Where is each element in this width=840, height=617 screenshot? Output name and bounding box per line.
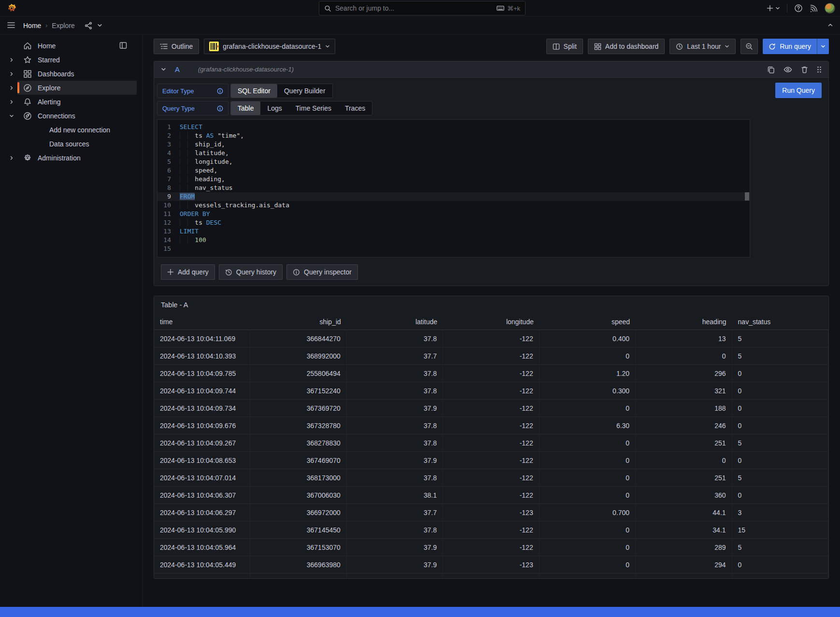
run-query-split-button[interactable]: Run query [763,39,829,54]
code-line[interactable]: 13LIMIT [157,227,750,236]
new-menu-button[interactable] [766,4,780,12]
column-header-heading[interactable]: heading [636,314,732,330]
column-header-ship_id[interactable]: ship_id [250,314,346,330]
code-line[interactable]: 2 ts AS "time", [157,131,750,140]
query-type-option-traces[interactable]: Traces [338,101,372,115]
sidebar-item-add-new-connection[interactable]: Add new connection [17,123,137,137]
sidebar-item-starred[interactable]: Starred [17,53,137,67]
query-type-option-table[interactable]: Table [231,101,260,115]
code-line[interactable]: 9FROM [157,192,750,201]
code-line[interactable]: 15 [157,244,750,253]
sidebar-item-connections[interactable]: Connections [17,109,137,123]
column-header-longitude[interactable]: longitude [443,314,539,330]
chevron-right-icon[interactable] [6,86,17,90]
cell-nav_status: 0 [732,417,828,434]
code-line[interactable]: 8 nav_status [157,184,750,192]
topbar-divider [787,4,787,13]
sidebar-item-administration[interactable]: Administration [17,151,137,165]
code-text: FROM [180,192,195,201]
code-line[interactable]: 4 latitude, [157,149,750,158]
time-range-picker[interactable]: Last 1 hour [669,39,736,54]
split-button[interactable]: Split [546,39,583,54]
code-text: latitude, [180,149,229,158]
info-icon[interactable] [217,88,223,94]
chevron-down-icon[interactable] [6,114,17,118]
time-zoom-out-button[interactable] [740,39,758,54]
info-icon[interactable] [217,105,223,112]
global-search[interactable]: ⌘+k [319,1,526,15]
code-line[interactable]: 1SELECT [157,123,750,131]
cell-time: 2024-06-13 10:04:09.785 [154,365,250,382]
run-query-caret[interactable] [817,39,829,54]
sidebar-item-label: Alerting [38,98,60,106]
cell-longitude: -122 [443,521,539,539]
cell-speed: 0 [540,539,636,556]
grafana-logo[interactable] [6,2,17,14]
sidebar-item-data-sources[interactable]: Data sources [17,137,137,151]
search-input[interactable] [335,4,493,12]
chevron-right-icon[interactable] [6,100,17,104]
cell-longitude: -122 [443,365,539,382]
code-line[interactable]: 10 vessels_tracking.ais_data [157,201,750,210]
column-header-speed[interactable]: speed [540,314,636,330]
column-header-nav_status[interactable]: nav_status [732,314,828,330]
compass-icon [23,84,32,92]
cell-longitude: -122 [443,400,539,417]
breadcrumb-actions-caret-icon[interactable] [97,23,102,28]
line-number: 14 [157,236,180,244]
sidebar-item-dashboards[interactable]: Dashboards [17,67,137,81]
share-icon[interactable] [85,22,92,29]
chevron-right-icon[interactable] [6,72,17,76]
query-type-option-logs[interactable]: Logs [260,101,288,115]
column-header-time[interactable]: time [154,314,250,330]
code-line[interactable]: 3 ship_id, [157,140,750,149]
cell-ship_id: 368173000 [250,469,346,487]
query-type-option-time-series[interactable]: Time Series [289,101,338,115]
code-line[interactable]: 6 speed, [157,166,750,175]
cell-ship_id: 368278830 [250,434,346,452]
query-row-header[interactable]: A (grafana-clickhouse-datasource-1) [154,61,828,78]
code-line[interactable]: 7 heading, [157,175,750,184]
duplicate-query-icon[interactable] [767,66,775,73]
remove-query-icon[interactable] [801,66,808,73]
line-number: 13 [157,227,180,236]
table-panel-title: Table - A [161,301,828,309]
editor-scrollbar-thumb[interactable] [745,192,749,201]
chevron-right-icon[interactable] [6,57,17,62]
query-history-button[interactable]: Query history [219,264,283,280]
editor-type-option-sql-editor[interactable]: SQL Editor [231,84,277,98]
column-header-latitude[interactable]: latitude [347,314,443,330]
user-avatar[interactable] [825,3,835,14]
code-line[interactable]: 14 100 [157,236,750,244]
outline-button[interactable]: Outline [154,39,199,54]
chevron-right-icon[interactable] [6,156,17,160]
sidebar-item-explore[interactable]: Explore [17,81,137,95]
sidebar-row: Alerting [6,95,137,109]
add-query-button[interactable]: Add query [161,264,215,280]
cell-time: 2024-06-13 10:04:05.449 [154,556,250,574]
datasource-picker[interactable]: grafana-clickhouse-datasource-1 [204,39,335,54]
collapse-toolbar-icon[interactable] [827,22,833,28]
drag-handle-icon[interactable] [817,66,822,73]
breadcrumb-current[interactable]: Explore [52,22,74,29]
query-ref-id[interactable]: A [175,65,180,73]
code-line[interactable]: 12 ts DESC [157,218,750,227]
cell-ship_id: 367328780 [250,417,346,434]
add-to-dashboard-button[interactable]: Add to dashboard [588,39,665,54]
panel-run-query-button[interactable]: Run Query [775,83,822,98]
mega-menu-toggle[interactable] [7,21,15,29]
cell-speed: 0 [540,347,636,365]
query-editor-panel: A (grafana-clickhouse-datasource-1) Edit… [154,61,829,286]
query-inspector-button[interactable]: Query inspector [286,264,358,280]
sidebar-item-alerting[interactable]: Alerting [17,95,137,109]
sql-code-editor[interactable]: 1SELECT2 ts AS "time",3 ship_id,4 latitu… [157,119,750,258]
breadcrumb-home[interactable]: Home [23,22,41,29]
editor-type-option-query-builder[interactable]: Query Builder [277,84,332,98]
news-rss-icon[interactable] [810,4,818,13]
code-line[interactable]: 5 longitude, [157,158,750,166]
code-line[interactable]: 11ORDER BY [157,210,750,218]
collapse-query-icon[interactable] [161,67,166,72]
help-icon[interactable] [794,4,803,13]
sidebar-item-home[interactable]: Home [17,39,137,53]
hide-response-icon[interactable] [783,66,792,73]
